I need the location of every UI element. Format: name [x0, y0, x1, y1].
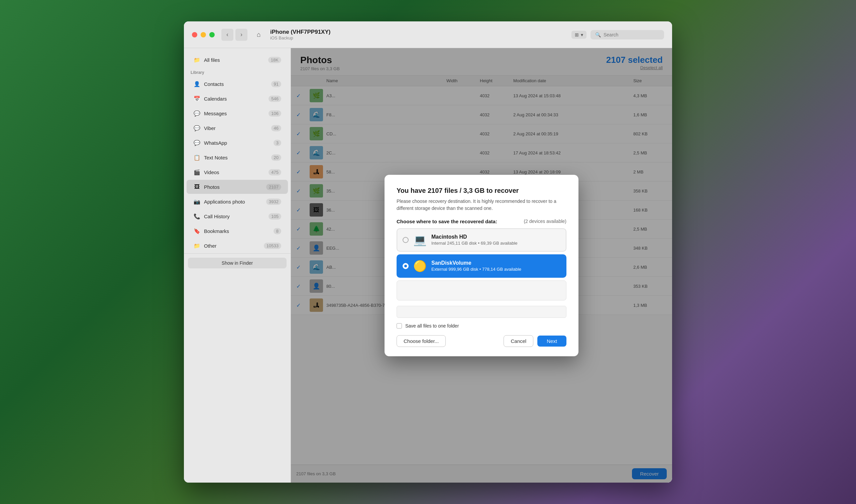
- sidebar-item-photos[interactable]: 🖼 Photos 2107: [186, 180, 288, 194]
- choose-folder-button[interactable]: Choose folder...: [396, 335, 446, 347]
- recovery-modal: You have 2107 files / 3,3 GB to recover …: [385, 175, 578, 356]
- sidebar-section-library: Library: [184, 68, 290, 76]
- sidebar-item-calendars[interactable]: 📅 Calendars 546: [186, 92, 288, 106]
- sidebar-item-contacts[interactable]: 👤 Contacts 91: [186, 77, 288, 91]
- bookmarks-icon: 🔖: [193, 227, 201, 235]
- devices-available-label: (2 devices available): [524, 219, 567, 224]
- radio-dot: [404, 265, 407, 267]
- forward-button[interactable]: ›: [235, 29, 247, 41]
- sidebar-count-bookmarks: 8: [273, 228, 281, 234]
- sidebar-count-all-files: 18K: [268, 57, 281, 63]
- call-history-icon: 📞: [193, 213, 201, 220]
- whatsapp-icon: 💬: [193, 139, 201, 146]
- save-to-folder-row: Save all files to one folder: [396, 323, 567, 328]
- sidebar-label-messages: Messages: [204, 111, 265, 116]
- sidebar-item-bookmarks[interactable]: 🔖 Bookmarks 8: [186, 224, 288, 238]
- sidebar: 📁 All files 18K Library 👤 Contacts 91 📅 …: [184, 48, 291, 483]
- nav-buttons: ‹ ›: [221, 29, 247, 41]
- title-bar-right: ⊞ ▾ 🔍: [571, 30, 664, 39]
- cancel-button[interactable]: Cancel: [503, 335, 533, 347]
- sidebar-count-other: 10533: [264, 242, 281, 249]
- sidebar-item-applications-photo[interactable]: 📷 Applications photo 3932: [186, 195, 288, 209]
- back-button[interactable]: ‹: [221, 29, 233, 41]
- main-panel: Photos 2107 files on 3,3 GB 2107 selecte…: [291, 48, 672, 483]
- sidebar-count-whatsapp: 3: [273, 140, 281, 146]
- sidebar-item-messages[interactable]: 💬 Messages 106: [186, 106, 288, 120]
- macintosh-hd-radio: [403, 237, 409, 243]
- sidebar-footer: Show in Finder: [184, 253, 290, 272]
- sidebar-label-applications-photo: Applications photo: [204, 199, 263, 204]
- modal-empty-area: [396, 281, 567, 301]
- sidebar-item-other[interactable]: 📁 Other 10533: [186, 239, 288, 253]
- sidebar-count-videos: 475: [268, 169, 281, 176]
- sidebar-label-all-files: All files: [204, 57, 265, 63]
- contacts-icon: 👤: [193, 80, 201, 88]
- content-area: 📁 All files 18K Library 👤 Contacts 91 📅 …: [184, 48, 672, 483]
- sandisk-details: SanDiskVolume External 999,96 GB disk • …: [431, 260, 560, 272]
- search-icon: 🔍: [595, 32, 601, 37]
- modal-path-bar: [396, 306, 567, 318]
- sidebar-count-text-notes: 20: [271, 155, 281, 161]
- sidebar-item-viber[interactable]: 💬 Viber 46: [186, 121, 288, 135]
- search-input[interactable]: [604, 32, 659, 37]
- minimize-button[interactable]: [201, 32, 206, 37]
- device-name: iPhone (VHF7PP91XY): [270, 29, 331, 35]
- sandisk-volume-radio: [403, 263, 409, 269]
- sandisk-name: SanDiskVolume: [431, 260, 560, 266]
- sidebar-count-contacts: 91: [271, 81, 281, 87]
- macintosh-hd-option[interactable]: 💻 Macintosh HD Internal 245,11 GB disk •…: [396, 228, 567, 252]
- home-button[interactable]: ⌂: [253, 29, 265, 41]
- messages-icon: 💬: [193, 110, 201, 117]
- view-toggle[interactable]: ⊞ ▾: [571, 31, 587, 39]
- sidebar-label-contacts: Contacts: [204, 81, 268, 87]
- sidebar-label-photos: Photos: [204, 184, 263, 190]
- sandisk-device-icon: 🟡: [413, 260, 427, 272]
- sidebar-item-all-files[interactable]: 📁 All files 18K: [186, 53, 288, 67]
- device-subtitle: iOS Backup: [270, 35, 331, 40]
- save-to-folder-label: Save all files to one folder: [405, 323, 459, 328]
- macintosh-hd-name: Macintosh HD: [431, 234, 560, 240]
- close-button[interactable]: [192, 32, 197, 37]
- viber-icon: 💬: [193, 124, 201, 132]
- sidebar-item-whatsapp[interactable]: 💬 WhatsApp 3: [186, 136, 288, 150]
- sidebar-item-videos[interactable]: 🎬 Videos 475: [186, 165, 288, 179]
- sidebar-count-photos: 2107: [266, 184, 281, 190]
- sandisk-volume-option[interactable]: 🟡 SanDiskVolume External 999,96 GB disk …: [396, 254, 567, 278]
- other-icon: 📁: [193, 242, 201, 249]
- text-notes-icon: 📋: [193, 154, 201, 161]
- chevron-down-icon: ▾: [581, 32, 583, 37]
- maximize-button[interactable]: [209, 32, 215, 37]
- modal-overlay: You have 2107 files / 3,3 GB to recover …: [291, 48, 672, 483]
- photos-icon: 🖼: [193, 183, 201, 191]
- sidebar-count-viber: 46: [271, 125, 281, 131]
- sidebar-label-call-history: Call History: [204, 214, 265, 219]
- sidebar-count-calendars: 546: [268, 95, 281, 102]
- macintosh-hd-details: Macintosh HD Internal 245,11 GB disk • 6…: [431, 234, 560, 246]
- traffic-lights: [192, 32, 215, 37]
- sidebar-count-messages: 106: [268, 110, 281, 116]
- next-button[interactable]: Next: [537, 336, 567, 346]
- modal-description: Please choose recovery destination. It i…: [396, 198, 567, 212]
- device-info: iPhone (VHF7PP91XY) iOS Backup: [270, 29, 331, 40]
- sidebar-label-calendars: Calendars: [204, 96, 265, 102]
- macintosh-hd-device-icon: 💻: [413, 234, 427, 246]
- sidebar-item-call-history[interactable]: 📞 Call History 105: [186, 209, 288, 223]
- sidebar-label-bookmarks: Bookmarks: [204, 228, 270, 234]
- save-to-folder-checkbox[interactable]: [396, 323, 402, 328]
- macintosh-hd-sub: Internal 245,11 GB disk • 69,39 GB avail…: [431, 241, 560, 246]
- sidebar-label-viber: Viber: [204, 125, 268, 131]
- sidebar-count-applications-photo: 3932: [266, 199, 281, 205]
- sidebar-item-text-notes[interactable]: 📋 Text Notes 20: [186, 150, 288, 164]
- sidebar-label-videos: Videos: [204, 169, 265, 175]
- choose-destination-label: Choose where to save the recovered data:: [396, 219, 497, 224]
- videos-icon: 🎬: [193, 168, 201, 176]
- sandisk-sub: External 999,96 GB disk • 778,14 GB avai…: [431, 267, 560, 272]
- title-bar: ‹ › ⌂ iPhone (VHF7PP91XY) iOS Backup ⊞ ▾…: [184, 21, 672, 48]
- sidebar-label-whatsapp: WhatsApp: [204, 140, 270, 146]
- show-finder-button[interactable]: Show in Finder: [188, 258, 287, 268]
- grid-icon: ⊞: [575, 32, 579, 37]
- app-window: ‹ › ⌂ iPhone (VHF7PP91XY) iOS Backup ⊞ ▾…: [184, 21, 672, 483]
- sidebar-label-other: Other: [204, 243, 261, 249]
- applications-photo-icon: 📷: [193, 198, 201, 205]
- sidebar-count-call-history: 105: [268, 213, 281, 220]
